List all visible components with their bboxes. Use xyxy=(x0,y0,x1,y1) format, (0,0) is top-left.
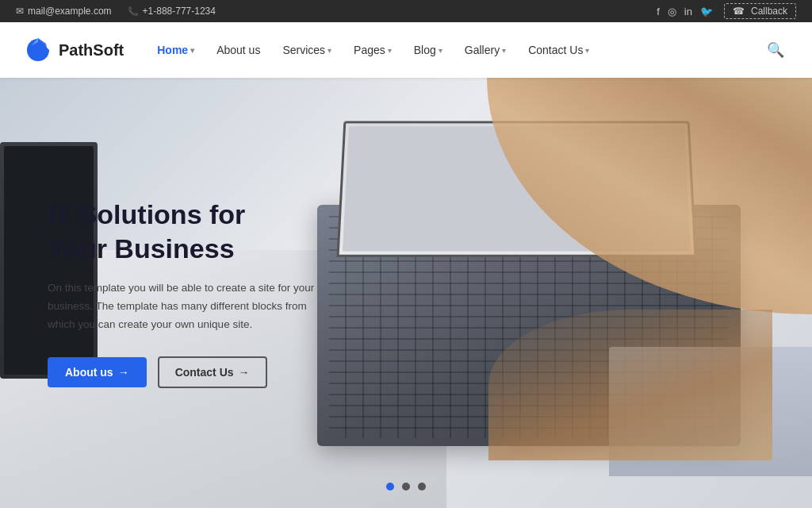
hero-buttons: About us → Contact Us → xyxy=(48,356,317,388)
nav-contact-chevron: ▾ xyxy=(585,46,589,55)
search-icon[interactable]: 🔍 xyxy=(763,37,788,63)
nav-contact-label: Contact Us xyxy=(528,44,583,56)
about-us-button[interactable]: About us → xyxy=(48,357,147,387)
about-us-arrow: → xyxy=(118,366,129,379)
callback-label: Callback xyxy=(751,6,787,17)
email-info: mail@example.com xyxy=(16,6,112,17)
social-links: f ◎ in 🐦 xyxy=(657,6,713,17)
slider-dot-2[interactable] xyxy=(402,483,410,491)
callback-button[interactable]: Callback xyxy=(724,3,796,19)
nav-blog-chevron: ▾ xyxy=(439,46,442,55)
contact-us-label: Contact Us xyxy=(175,366,234,379)
header: PathSoft Home ▾ About us Services ▾ Page… xyxy=(0,22,812,78)
nav-contact[interactable]: Contact Us ▾ xyxy=(519,37,599,63)
hero-section: IT Solutions for Your Business On this t… xyxy=(0,78,812,508)
nav-pages[interactable]: Pages ▾ xyxy=(344,37,401,63)
phone-icon xyxy=(128,6,139,17)
about-us-label: About us xyxy=(65,366,113,379)
callback-icon xyxy=(733,6,747,17)
contact-us-arrow: → xyxy=(239,366,250,379)
nav-services[interactable]: Services ▾ xyxy=(273,37,341,63)
mail-icon xyxy=(16,6,24,17)
nav-gallery-label: Gallery xyxy=(465,44,500,56)
nav-home[interactable]: Home ▾ xyxy=(147,37,204,63)
nav-about-label: About us xyxy=(216,44,260,56)
top-bar-contact: mail@example.com +1-888-777-1234 xyxy=(16,6,216,17)
facebook-icon[interactable]: f xyxy=(657,6,660,17)
logo-text: PathSoft xyxy=(59,41,124,60)
slider-dot-3[interactable] xyxy=(418,483,426,491)
nav-blog[interactable]: Blog ▾ xyxy=(404,37,452,63)
email-text: mail@example.com xyxy=(28,6,112,17)
hero-title-line1: IT Solutions for xyxy=(48,199,245,229)
top-bar: mail@example.com +1-888-777-1234 f ◎ in … xyxy=(0,0,812,22)
nav-home-chevron: ▾ xyxy=(190,46,194,55)
nav-services-label: Services xyxy=(282,44,325,56)
main-nav: Home ▾ About us Services ▾ Pages ▾ Blog … xyxy=(147,37,788,63)
hero-hand-bottom xyxy=(488,310,772,460)
nav-about[interactable]: About us xyxy=(207,37,270,63)
nav-pages-label: Pages xyxy=(354,44,385,56)
nav-gallery-chevron: ▾ xyxy=(502,46,506,55)
nav-services-chevron: ▾ xyxy=(327,46,331,55)
phone-text: +1-888-777-1234 xyxy=(143,6,216,17)
hero-title: IT Solutions for Your Business xyxy=(48,198,317,265)
logo-link[interactable]: PathSoft xyxy=(24,36,124,64)
hero-content: IT Solutions for Your Business On this t… xyxy=(48,198,317,388)
slider-dots xyxy=(386,483,426,491)
instagram-icon[interactable]: ◎ xyxy=(668,6,676,17)
logo-icon xyxy=(24,36,52,64)
hero-description: On this template you will be able to cre… xyxy=(48,279,317,334)
slider-dot-1[interactable] xyxy=(386,483,394,491)
twitter-icon[interactable]: 🐦 xyxy=(700,6,713,17)
contact-us-button[interactable]: Contact Us → xyxy=(158,356,267,388)
nav-gallery[interactable]: Gallery ▾ xyxy=(455,37,515,63)
nav-pages-chevron: ▾ xyxy=(388,46,392,55)
nav-home-label: Home xyxy=(157,44,188,56)
nav-blog-label: Blog xyxy=(414,44,436,56)
phone-info: +1-888-777-1234 xyxy=(128,6,216,17)
linkedin-icon[interactable]: in xyxy=(684,6,692,17)
top-bar-actions: f ◎ in 🐦 Callback xyxy=(657,3,796,19)
hero-title-line2: Your Business xyxy=(48,233,235,264)
